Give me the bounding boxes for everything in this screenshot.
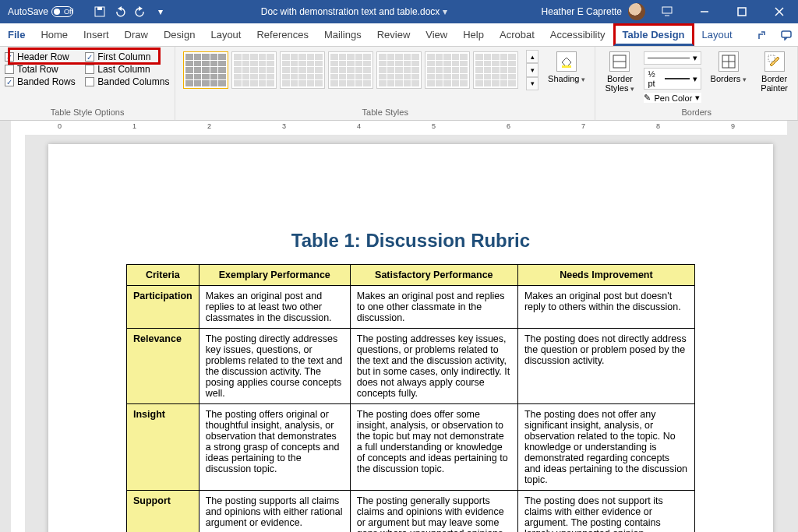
minimize-icon[interactable] — [689, 0, 720, 23]
chk-header-row[interactable]: ✓Header Row — [5, 51, 76, 62]
tab-insert[interactable]: Insert — [76, 23, 117, 46]
tab-references[interactable]: References — [249, 23, 316, 46]
border-styles-icon — [609, 51, 630, 72]
pen-icon: ✎ — [644, 93, 651, 103]
tab-view[interactable]: View — [418, 23, 455, 46]
shading-button[interactable]: Shading — [543, 50, 590, 85]
tab-home[interactable]: Home — [33, 23, 76, 46]
group-label-tso: Table Style Options — [5, 107, 170, 118]
pen-weight-dropdown[interactable]: ½ pt▾ — [644, 68, 701, 90]
chk-total-row[interactable]: Total Row — [5, 64, 76, 75]
ruler-vertical[interactable] — [11, 135, 25, 532]
th-needs[interactable]: Needs Improvement — [517, 265, 694, 286]
border-styles-button[interactable]: Border Styles — [600, 50, 639, 94]
save-icon[interactable] — [94, 5, 106, 18]
svg-rect-2 — [662, 7, 672, 13]
avatar[interactable] — [628, 3, 645, 20]
tab-layout[interactable]: Layout — [203, 23, 249, 46]
tab-table-layout[interactable]: Layout — [694, 23, 740, 46]
th-criteria[interactable]: Criteria — [127, 265, 200, 286]
tab-help[interactable]: Help — [455, 23, 492, 46]
maximize-icon[interactable] — [726, 0, 757, 23]
table-row: Participation Makes an original post and… — [127, 286, 695, 329]
document-title: Doc with demonstration text and table.do… — [167, 6, 542, 17]
title-bar: AutoSave Off ▾ Doc with demonstration te… — [0, 0, 798, 23]
border-painter-icon — [764, 51, 785, 72]
ruler-horizontal[interactable]: 0123456789 — [11, 121, 787, 135]
pen-color-dropdown[interactable]: ✎Pen Color▾ — [644, 93, 701, 103]
chk-last-column[interactable]: Last Column — [85, 64, 170, 75]
chk-banded-columns[interactable]: Banded Columns — [85, 76, 170, 87]
tab-acrobat[interactable]: Acrobat — [492, 23, 542, 46]
svg-rect-1 — [97, 7, 102, 10]
table-row: Support The posting supports all claims … — [127, 491, 695, 533]
ribbon-tabs: File Home Insert Draw Design Layout Refe… — [0, 23, 798, 47]
tab-file[interactable]: File — [0, 23, 33, 46]
autosave-label: AutoSave — [8, 6, 48, 17]
gallery-scroll[interactable]: ▴▾▾ — [526, 50, 538, 90]
tab-accessibility[interactable]: Accessibility — [542, 23, 613, 46]
chk-first-column[interactable]: ✓First Column — [85, 51, 170, 62]
svg-rect-7 — [782, 31, 791, 37]
table-style-gallery[interactable] — [180, 50, 521, 90]
paint-bucket-icon — [556, 51, 577, 72]
ribbon-options-icon[interactable] — [651, 0, 683, 23]
tab-mailings[interactable]: Mailings — [316, 23, 369, 46]
chk-banded-rows[interactable]: ✓Banded Rows — [5, 76, 76, 87]
tab-review[interactable]: Review — [369, 23, 418, 46]
table-row: Relevance The posting directly addresses… — [127, 329, 695, 404]
svg-rect-8 — [562, 65, 571, 68]
group-borders: Border Styles ▾ ½ pt▾ ✎Pen Color▾ Border… — [595, 47, 798, 120]
tab-draw[interactable]: Draw — [117, 23, 156, 46]
table-header-row: Criteria Exemplary Performance Satisfact… — [127, 265, 695, 286]
page-viewport[interactable]: Table 1: Discussion Rubric Criteria Exem… — [25, 135, 787, 532]
border-painter-button[interactable]: Border Painter — [756, 50, 793, 94]
borders-icon — [719, 51, 739, 72]
redo-icon[interactable] — [134, 5, 147, 18]
rubric-table[interactable]: Criteria Exemplary Performance Satisfact… — [126, 264, 695, 532]
qat-more-icon[interactable]: ▾ — [154, 5, 167, 18]
pen-style-dropdown[interactable]: ▾ — [644, 51, 701, 65]
svg-rect-4 — [738, 8, 746, 16]
comments-icon[interactable] — [775, 23, 798, 46]
document-page: Table 1: Discussion Rubric Criteria Exem… — [48, 144, 773, 532]
tab-table-design[interactable]: Table Design — [613, 23, 694, 46]
document-heading[interactable]: Table 1: Discussion Rubric — [126, 230, 695, 252]
user-name[interactable]: Heather E Caprette — [542, 6, 622, 17]
group-table-style-options: ✓Header Row ✓First Column Total Row Last… — [0, 47, 175, 120]
ribbon: ✓Header Row ✓First Column Total Row Last… — [0, 47, 798, 121]
undo-icon[interactable] — [114, 5, 126, 18]
tab-design[interactable]: Design — [156, 23, 203, 46]
group-table-styles: ▴▾▾ Shading Table Styles — [175, 47, 595, 120]
group-label-borders: Borders — [600, 107, 793, 118]
borders-button[interactable]: Borders — [706, 50, 752, 85]
th-exemplary[interactable]: Exemplary Performance — [199, 265, 350, 286]
close-icon[interactable] — [764, 0, 795, 23]
table-row: Insight The posting offers original or t… — [127, 404, 695, 491]
share-icon[interactable] — [751, 23, 775, 46]
th-satisfactory[interactable]: Satisfactory Performance — [350, 265, 517, 286]
group-label-styles: Table Styles — [180, 107, 590, 118]
autosave-toggle[interactable]: AutoSave Off — [8, 6, 86, 17]
